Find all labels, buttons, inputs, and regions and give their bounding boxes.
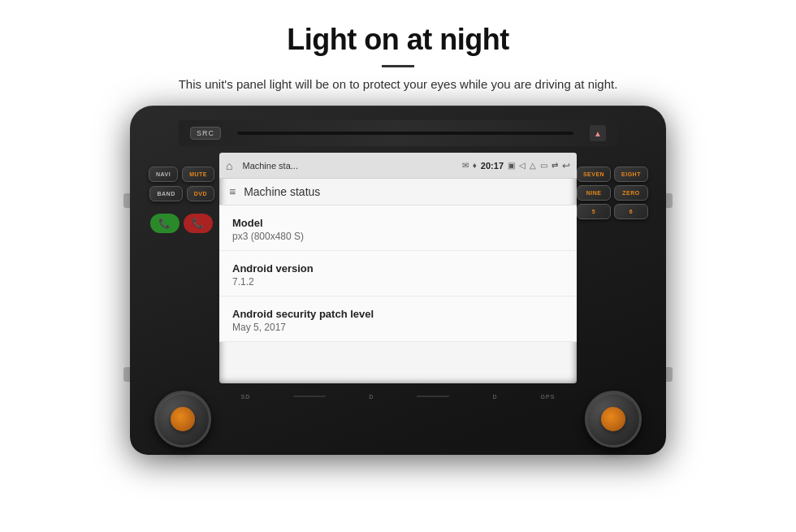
model-row: Model px3 (800x480 S) (219, 205, 577, 251)
eight-button[interactable]: EIGHT (614, 167, 648, 182)
left-knob[interactable] (154, 391, 211, 448)
car-unit-wrapper: SRC ▲ NAVI MUTE BAND DVD 📞 📞 SEVEN EIGHT (130, 106, 666, 455)
nine-button[interactable]: NINE (577, 185, 611, 201)
band-dvd-row: BAND DVD (148, 186, 214, 201)
page-title: Light on at night (287, 23, 508, 57)
seven-button[interactable]: SEVEN (577, 167, 611, 182)
title-divider (382, 65, 414, 67)
message-icon: ✉ (462, 161, 469, 170)
page-subtitle: This unit's panel light will be on to pr… (179, 77, 618, 91)
back-icon[interactable]: ↩ (562, 160, 570, 171)
status-app-name: Machine sta... (242, 161, 456, 171)
right-knob-center (601, 407, 625, 431)
warning-button[interactable]: ▲ (590, 125, 606, 141)
src-button[interactable]: SRC (190, 127, 221, 140)
volume-icon: ◁ (519, 161, 526, 170)
swap-icon: ⇄ (552, 161, 558, 170)
unit-top-bar: SRC ▲ (179, 120, 617, 146)
android-version-row: Android version 7.1.2 (219, 251, 577, 296)
car-unit-bezel: SRC ▲ NAVI MUTE BAND DVD 📞 📞 SEVEN EIGHT (130, 106, 666, 455)
mute-button[interactable]: MUTE (182, 167, 214, 182)
security-patch-value: May 5, 2017 (232, 322, 564, 333)
left-knob-center (171, 407, 195, 431)
security-patch-label: Android security patch level (232, 308, 564, 320)
security-patch-row: Android security patch level May 5, 2017 (219, 296, 577, 342)
android-version-label: Android version (232, 262, 564, 275)
call-end-button[interactable]: 📞 (184, 214, 213, 233)
dvd-button[interactable]: DVD (187, 186, 214, 201)
status-icons: ✉ ♦ 20:17 ▣ ◁ △ ▭ ⇄ ↩ (462, 160, 570, 171)
call-accept-button[interactable]: 📞 (150, 214, 180, 233)
left-control-panel: NAVI MUTE BAND DVD 📞 📞 (148, 167, 214, 233)
band-button[interactable]: BAND (149, 186, 182, 201)
navi-button[interactable]: NAVI (149, 167, 178, 182)
android-status-bar: ⌂ Machine sta... ✉ ♦ 20:17 ▣ ◁ △ ▭ ⇄ ↩ (219, 153, 577, 179)
zero-button[interactable]: ZERO (614, 185, 648, 201)
status-time: 20:17 (481, 161, 504, 171)
cd-slot (237, 132, 573, 135)
menu-icon[interactable]: ≡ (229, 185, 236, 198)
five-button[interactable]: 5 (577, 204, 611, 219)
right-control-panel: SEVEN EIGHT NINE ZERO 5 6 (577, 167, 648, 219)
cast-icon: △ (530, 161, 536, 170)
number-buttons: SEVEN EIGHT NINE ZERO 5 6 (577, 167, 648, 219)
bottom-controls (130, 383, 666, 455)
screen-area: ⌂ Machine sta... ✉ ♦ 20:17 ▣ ◁ △ ▭ ⇄ ↩ ≡… (219, 153, 577, 383)
app-header: ≡ Machine status (219, 179, 577, 205)
android-version-value: 7.1.2 (232, 276, 564, 288)
app-header-title: Machine status (244, 185, 320, 198)
model-label: Model (232, 217, 564, 229)
home-icon[interactable]: ⌂ (226, 159, 232, 172)
navi-mute-row: NAVI MUTE (148, 167, 214, 182)
location-icon: ♦ (473, 161, 477, 170)
six-button[interactable]: 6 (614, 204, 648, 219)
screen-icon: ▭ (540, 161, 547, 170)
right-knob[interactable] (585, 391, 642, 448)
model-value: px3 (800x480 S) (232, 231, 564, 242)
app-content: Model px3 (800x480 S) Android version 7.… (219, 205, 577, 342)
camera-icon: ▣ (508, 161, 515, 170)
